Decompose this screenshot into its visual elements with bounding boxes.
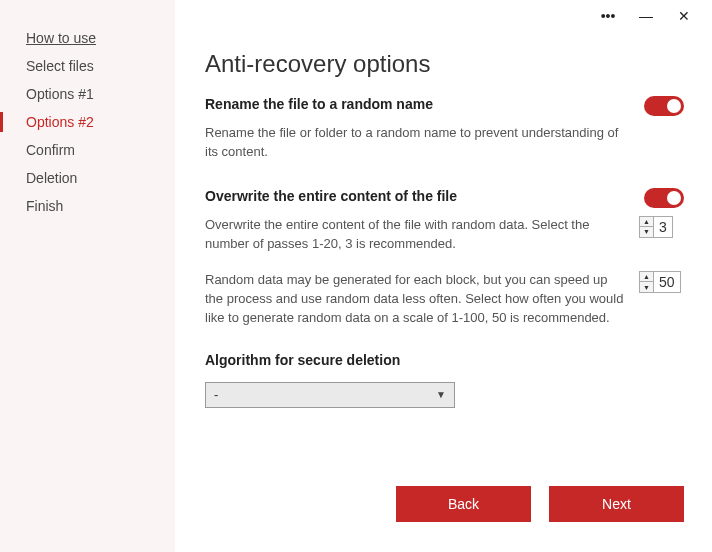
passes-value: 3	[654, 219, 672, 235]
sidebar-item-finish[interactable]: Finish	[0, 192, 175, 220]
sidebar-item-deletion[interactable]: Deletion	[0, 164, 175, 192]
sidebar-item-confirm[interactable]: Confirm	[0, 136, 175, 164]
page-title: Anti-recovery options	[205, 50, 684, 78]
spinner-up-icon[interactable]: ▲	[640, 272, 653, 282]
algorithm-title: Algorithm for secure deletion	[205, 352, 684, 368]
sidebar-item-label: Select files	[26, 58, 94, 74]
sidebar-item-options-1[interactable]: Options #1	[0, 80, 175, 108]
passes-spinner[interactable]: ▲ ▼ 3	[639, 216, 673, 238]
sidebar-item-label: How to use	[26, 30, 96, 46]
window-controls: ••• — ✕	[598, 0, 712, 32]
sidebar: How to use Select files Options #1 Optio…	[0, 0, 175, 552]
algorithm-select[interactable]: - ▼	[205, 382, 455, 408]
minimize-button[interactable]: —	[636, 6, 656, 26]
more-icon[interactable]: •••	[598, 6, 618, 26]
sidebar-item-label: Finish	[26, 198, 63, 214]
spinner-up-icon[interactable]: ▲	[640, 217, 653, 227]
passes-desc: Overwrite the entire content of the file…	[205, 216, 625, 254]
sidebar-item-label: Options #2	[26, 114, 94, 130]
rename-title: Rename the file to a random name	[205, 96, 433, 112]
rename-desc: Rename the file or folder to a random na…	[205, 124, 625, 162]
sidebar-item-label: Options #1	[26, 86, 94, 102]
randomness-value: 50	[654, 274, 680, 290]
sidebar-item-label: Confirm	[26, 142, 75, 158]
sidebar-item-options-2[interactable]: Options #2	[0, 108, 175, 136]
chevron-down-icon: ▼	[436, 389, 446, 400]
spinner-down-icon[interactable]: ▼	[640, 282, 653, 292]
spinner-down-icon[interactable]: ▼	[640, 227, 653, 237]
main-content: Anti-recovery options Rename the file to…	[175, 0, 712, 552]
close-button[interactable]: ✕	[674, 6, 694, 26]
algorithm-selected: -	[214, 387, 218, 402]
back-button[interactable]: Back	[396, 486, 531, 522]
sidebar-item-select-files[interactable]: Select files	[0, 52, 175, 80]
overwrite-toggle[interactable]	[644, 188, 684, 208]
sidebar-item-label: Deletion	[26, 170, 77, 186]
footer: Back Next	[205, 466, 684, 532]
randomness-spinner[interactable]: ▲ ▼ 50	[639, 271, 681, 293]
overwrite-title: Overwrite the entire content of the file	[205, 188, 457, 204]
sidebar-item-how-to-use[interactable]: How to use	[0, 24, 175, 52]
randomness-desc: Random data may be generated for each bl…	[205, 271, 625, 328]
rename-toggle[interactable]	[644, 96, 684, 116]
next-button[interactable]: Next	[549, 486, 684, 522]
